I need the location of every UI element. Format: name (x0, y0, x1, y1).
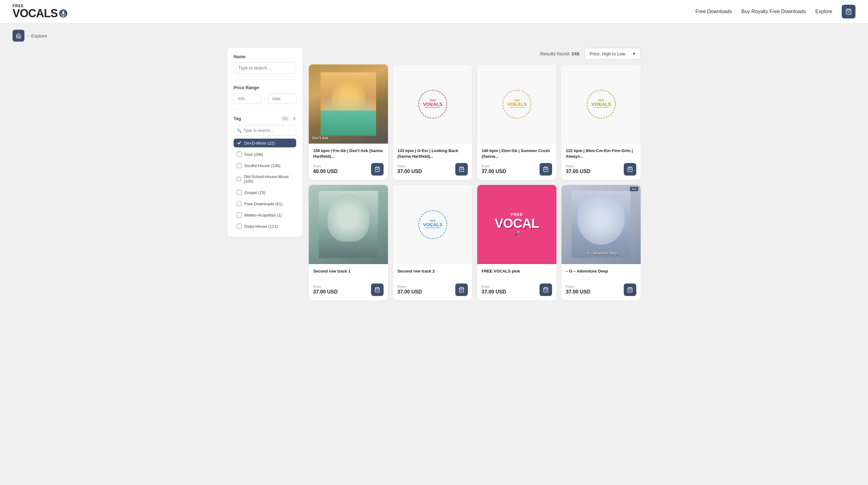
tag-item[interactable]: Old-School-House-Music (105) (234, 172, 296, 186)
add-to-cart-button[interactable] (371, 163, 383, 175)
home-button[interactable] (12, 30, 24, 42)
tag-search-input[interactable] (234, 125, 296, 135)
add-to-cart-button[interactable] (455, 163, 468, 175)
add-to-cart-button[interactable] (539, 163, 552, 175)
tag-item[interactable]: Gospel (15) (234, 188, 296, 197)
card: FREE VOCALS 122 bpm | Bbm-Cm-Em-F#m-G#m … (561, 64, 641, 180)
card-footer: From 37.00 USD (482, 163, 552, 175)
tag-collapse-button[interactable]: ∧ (292, 116, 296, 121)
card-from-label: From (313, 285, 338, 289)
name-search-input[interactable] (234, 62, 296, 73)
card-body: – G – Adventure Deep From 37.00 USD (561, 264, 641, 300)
tag-label: Deep-House (111) (244, 224, 278, 229)
card-title: Second row track 1 (313, 268, 383, 280)
tag-item[interactable]: Dm-D-Minor (22) (234, 139, 296, 148)
card-price-value: 37.00 USD (313, 289, 338, 295)
svg-rect-1 (62, 11, 64, 14)
card-body: Second row track 1 From 37.00 USD (309, 264, 388, 300)
buy-royalty-link[interactable]: Buy Royalty Free Downloads (741, 9, 806, 14)
cart-icon (374, 287, 380, 293)
results-label: Results found: (540, 51, 570, 56)
explore-link[interactable]: Explore (815, 9, 832, 14)
tag-item[interactable]: Matteo-Acapellas (1) (234, 211, 296, 219)
card-title: – G – Adventure Deep (566, 268, 636, 280)
card-body: Second row track 2 From 37.00 USD (393, 264, 472, 300)
tag-checkbox[interactable] (237, 163, 242, 168)
card-price-value: 37.00 USD (482, 169, 506, 174)
tag-checkbox[interactable] (237, 152, 242, 157)
tag-item[interactable]: Free-Downloads (61) (234, 199, 296, 208)
add-to-cart-button[interactable] (455, 284, 468, 296)
card-thumbnail[interactable]: FREE VOCAL 🎤 (477, 185, 556, 264)
tag-search-icon: 🔍 (237, 128, 242, 133)
add-to-cart-button[interactable] (624, 284, 636, 296)
tag-checkbox[interactable] (237, 224, 242, 229)
card-thumbnail[interactable]: FREE VOCALS (393, 64, 472, 143)
logo-wrap: FREE VOCALS (12, 4, 68, 19)
card-body: 150 bpm | Fm-Ab | Don't Ask (Sanna Hartf… (309, 143, 388, 180)
cart-icon (845, 8, 852, 15)
tag-checkbox[interactable] (237, 190, 242, 195)
card-footer: From 40.00 USD (313, 163, 383, 175)
cards-grid: Don't Ask 150 bpm | Fm-Ab | Don't Ask (S… (309, 64, 641, 300)
breadcrumb-label: Explore (31, 33, 47, 38)
card-thumbnail[interactable]: FREE VOCALS (393, 185, 472, 264)
tag-checkbox[interactable] (237, 140, 242, 146)
price-max-input[interactable] (268, 93, 297, 104)
card-from-label: From (313, 164, 338, 168)
cart-icon (459, 166, 464, 172)
tag-label: Soulful-House (106) (244, 163, 281, 168)
card: FREE VOCALS 140 bpm | Ebm-Gb | Summer Cr… (477, 64, 556, 180)
card-body: 140 bpm | Ebm-Gb | Summer Crush (Sanna..… (477, 143, 556, 180)
price-range-row: - (234, 93, 296, 104)
sidebar: Name Price Range - Tag (0) ∧ 🔍 (227, 48, 303, 300)
card-title: FREE VOCALS pink (482, 268, 552, 280)
sort-dropdown[interactable]: Price: High to Low ▾ (584, 48, 641, 60)
card-price-value: 40.00 USD (313, 169, 338, 174)
card-price-section: From 37.00 USD (397, 164, 422, 174)
card-price-section: From 37.00 USD (482, 164, 506, 174)
card: Don't Ask 150 bpm | Fm-Ab | Don't Ask (S… (309, 64, 388, 180)
card-from-label: From (566, 164, 590, 168)
cart-icon (374, 166, 380, 172)
card-footer: From 37.00 USD (313, 284, 383, 296)
tag-item[interactable]: Soulful-House (106) (234, 161, 296, 170)
card-footer: From 37.00 USD (397, 284, 468, 296)
card-title: 133 bpm | G-Em | Looking Back (Sanna Har… (397, 148, 468, 159)
add-to-cart-button[interactable] (539, 284, 552, 296)
card-body: FREE VOCALS pink From 37.00 USD (477, 264, 556, 300)
card-thumbnail[interactable] (309, 185, 388, 264)
card-from-label: From (397, 285, 422, 289)
card-thumbnail[interactable]: FREE VOCALS (561, 64, 641, 143)
header: FREE VOCALS Free Downloads Buy Royalty F… (0, 0, 868, 24)
card-title: 122 bpm | Bbm-Cm-Em-F#m-G#m | Always... (566, 148, 636, 159)
svg-text:VOCALS: VOCALS (591, 101, 611, 107)
tag-label: Old-School-House-Music (105) (244, 174, 293, 184)
card-price-section: From 37.00 USD (566, 164, 590, 174)
tag-item[interactable]: Deep-House (111) (234, 222, 296, 231)
price-min-input[interactable] (234, 93, 262, 104)
card-thumbnail[interactable]: Don't Ask (309, 64, 388, 143)
results-count: 248 (571, 51, 579, 56)
card-title: 150 bpm | Fm-Ab | Don't Ask (Sanna Hartf… (313, 148, 383, 159)
tag-item[interactable]: Soul (206) (234, 150, 296, 159)
card: free – G – Adventure Deep – G – Adventur… (561, 185, 641, 300)
divider-1 (234, 79, 296, 79)
free-downloads-link[interactable]: Free Downloads (695, 9, 732, 14)
tag-checkbox[interactable] (237, 201, 242, 206)
add-to-cart-button[interactable] (624, 163, 636, 175)
tag-checkbox[interactable] (237, 176, 241, 182)
cart-button[interactable] (842, 5, 856, 19)
card-thumbnail[interactable]: free – G – Adventure Deep (561, 185, 641, 264)
price-range-label: Price Range (234, 85, 296, 90)
card-thumbnail[interactable]: FREE VOCALS (477, 64, 556, 143)
card-title: 140 bpm | Ebm-Gb | Summer Crush (Sanna..… (482, 148, 552, 159)
tag-checkbox[interactable] (237, 213, 242, 218)
add-to-cart-button[interactable] (371, 284, 383, 296)
breadcrumb: › Explore (0, 24, 868, 48)
card-price-section: From 37.00 USD (482, 285, 506, 295)
cart-icon (459, 287, 464, 293)
tag-label: Dm-D-Minor (22) (244, 141, 275, 146)
microphone-icon (59, 9, 68, 18)
divider-2 (234, 109, 296, 110)
